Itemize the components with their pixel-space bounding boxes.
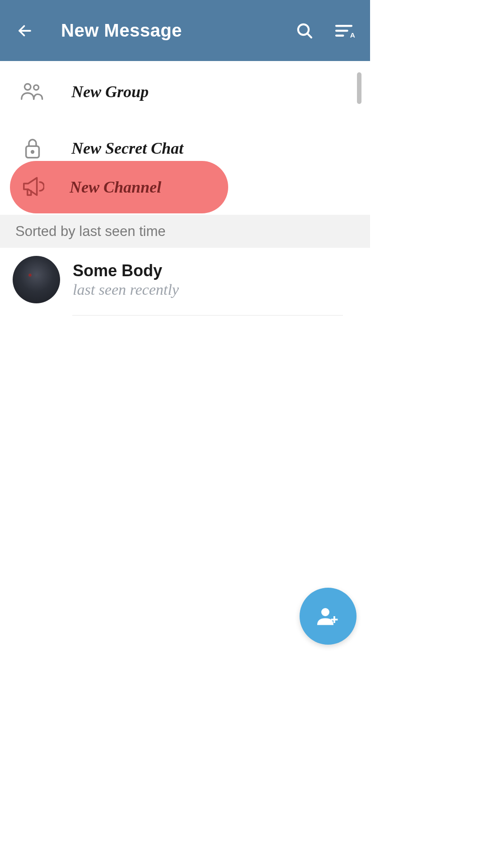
group-icon (19, 78, 46, 105)
sort-button[interactable]: A (334, 19, 357, 42)
svg-point-10 (32, 151, 34, 153)
search-icon (296, 22, 314, 40)
new-channel-option[interactable]: New Channel (10, 161, 228, 213)
new-group-label: New Group (71, 82, 149, 101)
lock-icon (19, 135, 46, 162)
svg-rect-13 (331, 619, 338, 621)
contact-info: Some Body last seen recently (73, 261, 179, 298)
new-secret-chat-label: New Secret Chat (71, 139, 183, 158)
sort-section-header: Sorted by last seen time (0, 215, 370, 248)
add-contact-fab[interactable] (300, 588, 357, 645)
divider (72, 315, 343, 316)
contact-item[interactable]: Some Body last seen recently (0, 252, 370, 307)
search-button[interactable] (293, 19, 316, 42)
app-header: New Message A (0, 0, 370, 61)
arrow-left-icon (17, 23, 33, 39)
contact-status: last seen recently (73, 281, 179, 298)
header-actions: A (293, 19, 357, 42)
options-list: New Group New Secret Chat (0, 61, 370, 174)
svg-point-8 (34, 85, 39, 90)
megaphone-icon (19, 174, 46, 201)
svg-text:A: A (350, 31, 355, 39)
page-title: New Message (61, 20, 293, 41)
scrollbar[interactable] (357, 72, 361, 104)
svg-line-2 (307, 33, 311, 37)
new-channel-label: New Channel (70, 178, 161, 197)
avatar (13, 256, 60, 303)
contact-name: Some Body (73, 261, 179, 280)
svg-point-7 (24, 84, 30, 90)
back-button[interactable] (14, 19, 36, 42)
svg-point-11 (321, 608, 329, 616)
new-group-option[interactable]: New Group (0, 66, 370, 118)
sort-icon: A (335, 22, 356, 40)
add-user-icon (316, 606, 340, 627)
